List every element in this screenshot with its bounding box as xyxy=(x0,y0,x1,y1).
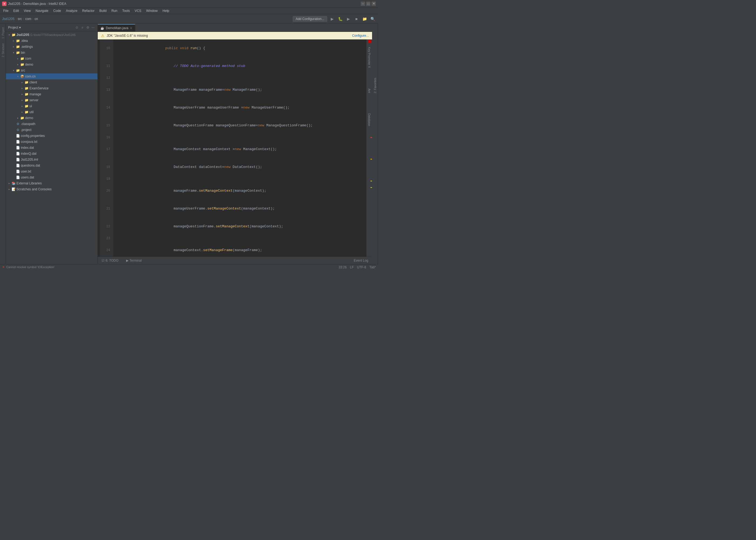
tree-item-users-dat[interactable]: 📄 users.dat xyxy=(6,175,97,180)
menu-build[interactable]: Build xyxy=(97,8,109,13)
tree-item-bin-com[interactable]: ▸ 📁 com xyxy=(6,56,97,62)
hide-icon[interactable]: — xyxy=(91,25,95,30)
minimize-button[interactable]: ─ xyxy=(361,2,365,6)
tree-item-scratches[interactable]: ▸ 📝 Scratches and Consoles xyxy=(6,186,97,192)
collapse-icon[interactable]: ≡ xyxy=(80,25,84,30)
tree-item-classpath[interactable]: ⚙ .classpath xyxy=(6,121,97,127)
menu-analyze[interactable]: Analyze xyxy=(64,8,80,13)
tree-item-src[interactable]: ▾ 📁 src xyxy=(6,68,97,73)
tree-item-external-libs[interactable]: ▸ 📚 External Libraries xyxy=(6,180,97,186)
menu-window[interactable]: Window xyxy=(144,8,160,13)
line-separator: LF xyxy=(350,265,354,269)
error-marker xyxy=(370,137,372,138)
line-code: public void run() { xyxy=(121,40,364,57)
src-folder-icon: 📁 xyxy=(16,68,20,72)
add-configuration-button[interactable]: Add Configuration... xyxy=(293,16,327,22)
favorites-label[interactable]: 2: Favorites xyxy=(373,78,377,93)
menu-file[interactable]: File xyxy=(1,8,11,13)
settings-folder-icon: 📁 xyxy=(16,45,20,49)
todo-tab[interactable]: ☑ 6: TODO xyxy=(100,258,120,263)
questions-dat-icon: 📄 xyxy=(16,163,20,168)
locate-icon[interactable]: ⊙ xyxy=(75,25,79,30)
bottom-right: Event Log xyxy=(352,258,370,263)
tree-item-com-cn[interactable]: ▾ 📦 com.cn xyxy=(6,73,97,79)
app-icon: ♦ xyxy=(2,2,6,6)
tree-item-jsd1205[interactable]: ▾ 📁 Jsd1205 G:\tools\TTS5\workspace\Jsd1… xyxy=(6,32,97,38)
chevron-down-icon: ▾ xyxy=(16,74,20,78)
key-promoter-label[interactable]: Key Promoter X xyxy=(367,45,372,70)
tree-item-iml[interactable]: 📄 Jsd1205.iml xyxy=(6,157,97,163)
table-row: 21 manageUserFrame.setManageContext(mana… xyxy=(100,200,364,217)
tree-item-corejava[interactable]: 📄 corejava.txt xyxy=(6,139,97,145)
table-row: 17 ManageContext manageContext =new Mana… xyxy=(100,140,364,158)
menu-help[interactable]: Help xyxy=(160,8,172,13)
main-area: 1: Project 2: Structure Project ▾ ⊙ ≡ ⚙ … xyxy=(0,24,378,264)
iml-icon: 📄 xyxy=(16,157,20,162)
line-number: 16 xyxy=(100,134,113,140)
tree-item-idea[interactable]: ▸ 📁 .idea xyxy=(6,38,97,44)
database-label[interactable]: Database xyxy=(367,111,372,128)
configure-link[interactable]: Configure... xyxy=(352,34,369,38)
tree-item-examservice[interactable]: ▸ 📁 ExamService xyxy=(6,85,97,91)
tree-item-ui[interactable]: ▸ 📁 ui xyxy=(6,103,97,109)
run-with-coverage-button[interactable]: ▶ xyxy=(345,16,351,22)
menu-vcs[interactable]: VCS xyxy=(133,8,144,13)
tree-item-project-file[interactable]: ⚙ .project xyxy=(6,127,97,133)
tab-close-button[interactable]: ✕ xyxy=(130,27,132,30)
tab-demomain[interactable]: ☕ DemoMain.java ✕ xyxy=(98,24,135,32)
close-button[interactable]: ✕ xyxy=(372,2,376,6)
chevron-right-icon: ▸ xyxy=(11,45,16,49)
event-log-tab[interactable]: Event Log xyxy=(352,258,370,263)
tree-item-index-dat[interactable]: 📄 index.dat xyxy=(6,145,97,151)
tree-item-indexq-dat[interactable]: 📄 indexQ.dat xyxy=(6,151,97,157)
window-controls[interactable]: ─ □ ✕ xyxy=(361,2,376,6)
cursor-position: 33:26 xyxy=(338,265,347,269)
breadcrumb-src[interactable]: src xyxy=(18,17,22,21)
tree-item-questions-dat[interactable]: 📄 questions.dat xyxy=(6,163,97,169)
todo-label: 6: TODO xyxy=(106,259,119,262)
line-code: // TODO Auto-generated method stub xyxy=(121,57,364,75)
menu-code[interactable]: Code xyxy=(51,8,63,13)
line-number: 18 xyxy=(100,158,113,176)
structure-tool-icon[interactable]: 2: Structure xyxy=(1,42,5,58)
tree-item-util[interactable]: ▸ 📁 util xyxy=(6,109,97,115)
line-code: DataContext dataContext=new DataContext(… xyxy=(121,158,364,176)
menu-run[interactable]: Run xyxy=(109,8,120,13)
code-content[interactable]: 10 public void run() { 11 / xyxy=(98,40,366,256)
project-tool-icon[interactable]: 1: Project xyxy=(1,25,5,41)
menu-tools[interactable]: Tools xyxy=(120,8,132,13)
tree-item-src-demo[interactable]: ▸ 📁 demo xyxy=(6,115,97,121)
settings-icon[interactable]: ⚙ xyxy=(85,25,90,30)
tree-item-settings[interactable]: ▸ 📁 .settings xyxy=(6,44,97,50)
tree-item-client[interactable]: ▸ 📁 client xyxy=(6,79,97,85)
tree-item-manage[interactable]: ▸ 📁 manage xyxy=(6,91,97,97)
favorites-side-panel: 2: Favorites xyxy=(372,24,378,264)
search-everywhere-button[interactable]: 🔍 xyxy=(369,16,376,22)
menu-view[interactable]: View xyxy=(22,8,33,13)
line-code xyxy=(121,75,364,81)
tree-item-bin-demo[interactable]: ▸ 📁 demo xyxy=(6,62,97,68)
tree-item-bin[interactable]: ▾ 📁 bin xyxy=(6,50,97,56)
breadcrumb-cn[interactable]: cn xyxy=(35,17,38,21)
project-panel: Project ▾ ⊙ ≡ ⚙ — ▾ 📁 Jsd1205 G:\tools\T… xyxy=(6,24,98,264)
idea-folder-icon: 📁 xyxy=(16,39,20,43)
tree-item-user-txt[interactable]: 📄 user.txt xyxy=(6,169,97,175)
chevron-down-icon: ▾ xyxy=(11,68,16,72)
stop-button[interactable]: ■ xyxy=(353,16,360,22)
com-folder-icon: 📁 xyxy=(20,57,24,61)
tree-item-config[interactable]: 📄 config.properties xyxy=(6,133,97,139)
terminal-tab[interactable]: ▶ Terminal xyxy=(124,258,143,263)
menu-navigate[interactable]: Navigate xyxy=(34,8,51,13)
breadcrumb-com[interactable]: com xyxy=(25,17,31,21)
menu-edit[interactable]: Edit xyxy=(11,8,21,13)
line-code: ManageUserFrame manageUserFrame =new Man… xyxy=(121,99,364,117)
tree-item-server[interactable]: ▸ 📁 server xyxy=(6,97,97,103)
breadcrumb-project[interactable]: Jsd1205 xyxy=(2,17,14,21)
ant-label[interactable]: Ant xyxy=(367,86,372,95)
project-icon-button[interactable]: 📁 xyxy=(361,16,368,22)
menu-refactor[interactable]: Refactor xyxy=(80,8,97,13)
maximize-button[interactable]: □ xyxy=(366,2,370,6)
run-button[interactable]: ▶ xyxy=(329,16,335,22)
debug-button[interactable]: 🐛 xyxy=(337,16,343,22)
config-icon: 📄 xyxy=(16,134,20,138)
